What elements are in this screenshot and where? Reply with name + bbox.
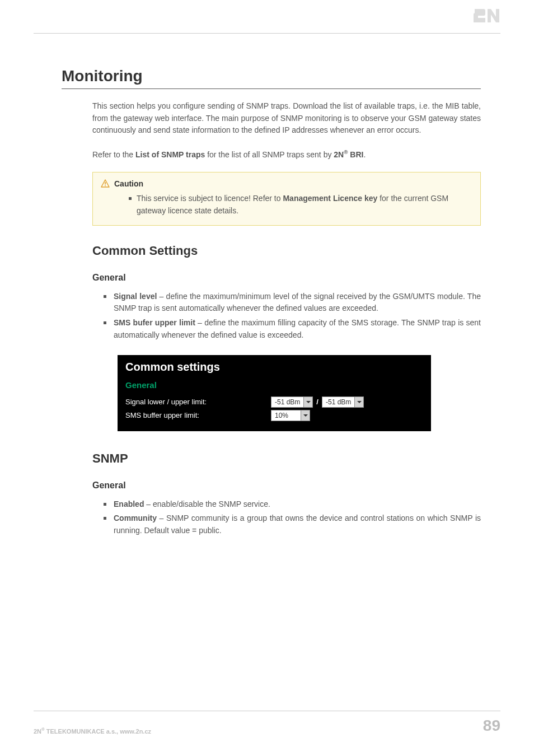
panel-section-label: General [125,380,423,390]
page-title: Monitoring [62,67,481,89]
refer-product: 2N® BRI [334,150,363,159]
warning-icon [101,179,110,188]
page-number: 89 [483,717,500,735]
intro-block: This section helps you configure sending… [92,100,481,161]
list-item: Signal level – define the maximum/minimu… [104,291,481,315]
list-item: Community – SNMP community is a group th… [104,512,481,536]
signal-lower-value: -51 dBm [271,397,303,407]
common-settings-list: Signal level – define the maximum/minimu… [104,291,481,342]
caution-title: Caution [114,179,143,188]
footer-company: 2N® TELEKOMUNIKACE a.s., www.2n.cz [34,727,151,735]
list-item-desc: – define the maximum/minimum level of th… [114,292,481,313]
list-item-term: Community [114,514,157,522]
refer-end: . [363,150,366,159]
signal-limit-row: Signal lower / upper limit: -51 dBm / -5… [125,396,423,408]
caution-text-prefix: This service is subject to licence! Refe… [137,194,283,203]
chevron-down-icon [354,397,363,407]
intro-paragraph: This section helps you configure sending… [92,100,481,137]
chevron-down-icon [301,410,310,421]
refer-product-prefix: 2N [334,150,344,159]
sms-buffer-dropdown[interactable]: 10% [271,410,310,421]
signal-upper-dropdown[interactable]: -51 dBm [322,396,364,408]
svg-rect-0 [105,182,106,185]
list-item: Enabled – enable/disable the SNMP servic… [104,498,481,511]
footer-company-suffix: TELEKOMUNIKACE a.s., www.2n.cz [45,728,151,735]
caution-box: Caution This service is subject to licen… [92,172,481,225]
refer-line: Refer to the List of SNMP traps for the … [92,148,481,161]
common-settings-heading: Common Settings [92,244,481,258]
signal-limit-controls: -51 dBm / -51 dBm [271,396,364,408]
sms-buffer-label: SMS buffer upper limit: [125,411,271,419]
chevron-down-icon [303,397,312,407]
page-footer: 2N® TELEKOMUNIKACE a.s., www.2n.cz 89 [34,711,500,735]
page-content: Monitoring This section helps you config… [62,67,481,550]
list-item: SMS bufer upper limit – define the maxim… [104,317,481,341]
sms-buffer-value: 10% [271,410,301,421]
refer-bold: List of SNMP traps [135,150,205,159]
signal-upper-value: -51 dBm [322,397,354,407]
caution-body: This service is subject to licence! Refe… [101,193,472,217]
page-header [34,0,500,34]
list-item-desc: – enable/disable the SNMP service. [144,500,270,508]
slash-separator: / [316,398,318,406]
signal-limit-label: Signal lower / upper limit: [125,398,271,406]
list-item-term: Signal level [114,292,157,301]
sms-buffer-row: SMS buffer upper limit: 10% [125,410,423,421]
snmp-heading: SNMP [92,451,481,466]
list-item-desc: – SNMP community is a group that owns th… [114,514,481,535]
refer-product-suffix: BRI [348,150,363,159]
general-heading-2: General [92,480,481,491]
footer-company-prefix: 2N [34,728,41,735]
sms-buffer-controls: 10% [271,410,310,421]
caution-item: This service is subject to licence! Refe… [129,193,472,217]
signal-lower-dropdown[interactable]: -51 dBm [271,396,313,408]
panel-title: Common settings [125,361,423,374]
caution-text-bold: Management Licence key [283,194,377,203]
list-item-term: Enabled [114,500,144,508]
caution-header: Caution [101,179,472,188]
refer-prefix: Refer to the [92,150,135,159]
settings-screenshot-panel: Common settings General Signal lower / u… [118,355,431,431]
general-heading-1: General [92,273,481,283]
refer-mid: for the list of all SNMP traps sent by [205,150,334,159]
svg-rect-1 [105,185,106,186]
list-item-term: SMS bufer upper limit [114,318,195,327]
brand-logo [474,8,500,27]
snmp-list: Enabled – enable/disable the SNMP servic… [104,498,481,537]
